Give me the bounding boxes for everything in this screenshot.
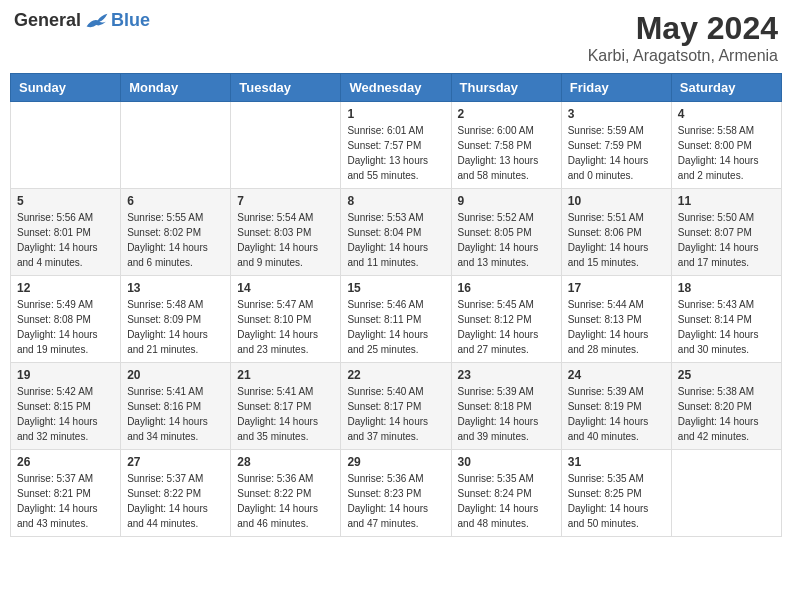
day-info: Sunrise: 5:42 AMSunset: 8:15 PMDaylight:… xyxy=(17,384,114,444)
calendar-cell: 2Sunrise: 6:00 AMSunset: 7:58 PMDaylight… xyxy=(451,102,561,189)
day-info: Sunrise: 5:41 AMSunset: 8:16 PMDaylight:… xyxy=(127,384,224,444)
calendar-cell: 25Sunrise: 5:38 AMSunset: 8:20 PMDayligh… xyxy=(671,363,781,450)
calendar-cell: 29Sunrise: 5:36 AMSunset: 8:23 PMDayligh… xyxy=(341,450,451,537)
calendar-cell: 27Sunrise: 5:37 AMSunset: 8:22 PMDayligh… xyxy=(121,450,231,537)
day-info: Sunrise: 5:44 AMSunset: 8:13 PMDaylight:… xyxy=(568,297,665,357)
calendar-cell: 14Sunrise: 5:47 AMSunset: 8:10 PMDayligh… xyxy=(231,276,341,363)
calendar-week-row: 1Sunrise: 6:01 AMSunset: 7:57 PMDaylight… xyxy=(11,102,782,189)
day-number: 30 xyxy=(458,455,555,469)
calendar-cell: 21Sunrise: 5:41 AMSunset: 8:17 PMDayligh… xyxy=(231,363,341,450)
calendar-header-monday: Monday xyxy=(121,74,231,102)
day-number: 26 xyxy=(17,455,114,469)
day-number: 8 xyxy=(347,194,444,208)
day-number: 3 xyxy=(568,107,665,121)
day-info: Sunrise: 5:49 AMSunset: 8:08 PMDaylight:… xyxy=(17,297,114,357)
calendar-cell: 12Sunrise: 5:49 AMSunset: 8:08 PMDayligh… xyxy=(11,276,121,363)
day-info: Sunrise: 5:53 AMSunset: 8:04 PMDaylight:… xyxy=(347,210,444,270)
calendar-cell: 1Sunrise: 6:01 AMSunset: 7:57 PMDaylight… xyxy=(341,102,451,189)
day-info: Sunrise: 5:38 AMSunset: 8:20 PMDaylight:… xyxy=(678,384,775,444)
calendar-week-row: 5Sunrise: 5:56 AMSunset: 8:01 PMDaylight… xyxy=(11,189,782,276)
calendar-header-row: SundayMondayTuesdayWednesdayThursdayFrid… xyxy=(11,74,782,102)
calendar-header-thursday: Thursday xyxy=(451,74,561,102)
day-info: Sunrise: 5:36 AMSunset: 8:22 PMDaylight:… xyxy=(237,471,334,531)
day-info: Sunrise: 6:01 AMSunset: 7:57 PMDaylight:… xyxy=(347,123,444,183)
calendar-cell: 16Sunrise: 5:45 AMSunset: 8:12 PMDayligh… xyxy=(451,276,561,363)
day-number: 16 xyxy=(458,281,555,295)
calendar-week-row: 12Sunrise: 5:49 AMSunset: 8:08 PMDayligh… xyxy=(11,276,782,363)
page-header: General Blue May 2024 Karbi, Aragatsotn,… xyxy=(10,10,782,65)
day-info: Sunrise: 5:46 AMSunset: 8:11 PMDaylight:… xyxy=(347,297,444,357)
calendar-cell: 20Sunrise: 5:41 AMSunset: 8:16 PMDayligh… xyxy=(121,363,231,450)
day-number: 17 xyxy=(568,281,665,295)
calendar-cell: 3Sunrise: 5:59 AMSunset: 7:59 PMDaylight… xyxy=(561,102,671,189)
calendar-cell xyxy=(121,102,231,189)
day-number: 18 xyxy=(678,281,775,295)
day-info: Sunrise: 5:36 AMSunset: 8:23 PMDaylight:… xyxy=(347,471,444,531)
calendar-cell: 30Sunrise: 5:35 AMSunset: 8:24 PMDayligh… xyxy=(451,450,561,537)
day-info: Sunrise: 5:59 AMSunset: 7:59 PMDaylight:… xyxy=(568,123,665,183)
day-info: Sunrise: 5:43 AMSunset: 8:14 PMDaylight:… xyxy=(678,297,775,357)
calendar-cell: 7Sunrise: 5:54 AMSunset: 8:03 PMDaylight… xyxy=(231,189,341,276)
day-number: 4 xyxy=(678,107,775,121)
calendar-header-friday: Friday xyxy=(561,74,671,102)
location-title: Karbi, Aragatsotn, Armenia xyxy=(588,47,778,65)
day-number: 7 xyxy=(237,194,334,208)
title-section: May 2024 Karbi, Aragatsotn, Armenia xyxy=(588,10,778,65)
month-title: May 2024 xyxy=(588,10,778,47)
calendar-cell: 4Sunrise: 5:58 AMSunset: 8:00 PMDaylight… xyxy=(671,102,781,189)
day-info: Sunrise: 5:48 AMSunset: 8:09 PMDaylight:… xyxy=(127,297,224,357)
logo-general-text: General xyxy=(14,10,81,31)
day-number: 5 xyxy=(17,194,114,208)
day-number: 20 xyxy=(127,368,224,382)
day-number: 31 xyxy=(568,455,665,469)
calendar-week-row: 26Sunrise: 5:37 AMSunset: 8:21 PMDayligh… xyxy=(11,450,782,537)
calendar-cell: 13Sunrise: 5:48 AMSunset: 8:09 PMDayligh… xyxy=(121,276,231,363)
calendar-header-sunday: Sunday xyxy=(11,74,121,102)
day-info: Sunrise: 5:54 AMSunset: 8:03 PMDaylight:… xyxy=(237,210,334,270)
day-number: 19 xyxy=(17,368,114,382)
day-number: 28 xyxy=(237,455,334,469)
day-number: 1 xyxy=(347,107,444,121)
day-info: Sunrise: 5:37 AMSunset: 8:21 PMDaylight:… xyxy=(17,471,114,531)
day-info: Sunrise: 5:55 AMSunset: 8:02 PMDaylight:… xyxy=(127,210,224,270)
day-info: Sunrise: 5:39 AMSunset: 8:18 PMDaylight:… xyxy=(458,384,555,444)
calendar-body: 1Sunrise: 6:01 AMSunset: 7:57 PMDaylight… xyxy=(11,102,782,537)
logo-blue-text: Blue xyxy=(111,10,150,31)
calendar-cell: 8Sunrise: 5:53 AMSunset: 8:04 PMDaylight… xyxy=(341,189,451,276)
calendar-cell xyxy=(231,102,341,189)
day-number: 25 xyxy=(678,368,775,382)
day-number: 10 xyxy=(568,194,665,208)
day-info: Sunrise: 5:35 AMSunset: 8:25 PMDaylight:… xyxy=(568,471,665,531)
day-info: Sunrise: 5:45 AMSunset: 8:12 PMDaylight:… xyxy=(458,297,555,357)
day-number: 9 xyxy=(458,194,555,208)
day-info: Sunrise: 5:56 AMSunset: 8:01 PMDaylight:… xyxy=(17,210,114,270)
calendar-cell: 26Sunrise: 5:37 AMSunset: 8:21 PMDayligh… xyxy=(11,450,121,537)
calendar-cell: 10Sunrise: 5:51 AMSunset: 8:06 PMDayligh… xyxy=(561,189,671,276)
calendar-week-row: 19Sunrise: 5:42 AMSunset: 8:15 PMDayligh… xyxy=(11,363,782,450)
day-number: 11 xyxy=(678,194,775,208)
calendar-table: SundayMondayTuesdayWednesdayThursdayFrid… xyxy=(10,73,782,537)
day-info: Sunrise: 5:51 AMSunset: 8:06 PMDaylight:… xyxy=(568,210,665,270)
calendar-cell xyxy=(671,450,781,537)
calendar-cell: 15Sunrise: 5:46 AMSunset: 8:11 PMDayligh… xyxy=(341,276,451,363)
day-number: 22 xyxy=(347,368,444,382)
day-info: Sunrise: 5:35 AMSunset: 8:24 PMDaylight:… xyxy=(458,471,555,531)
calendar-cell: 19Sunrise: 5:42 AMSunset: 8:15 PMDayligh… xyxy=(11,363,121,450)
day-number: 6 xyxy=(127,194,224,208)
calendar-cell: 18Sunrise: 5:43 AMSunset: 8:14 PMDayligh… xyxy=(671,276,781,363)
calendar-cell xyxy=(11,102,121,189)
calendar-header-tuesday: Tuesday xyxy=(231,74,341,102)
day-number: 27 xyxy=(127,455,224,469)
day-number: 14 xyxy=(237,281,334,295)
day-info: Sunrise: 5:37 AMSunset: 8:22 PMDaylight:… xyxy=(127,471,224,531)
day-number: 21 xyxy=(237,368,334,382)
calendar-cell: 31Sunrise: 5:35 AMSunset: 8:25 PMDayligh… xyxy=(561,450,671,537)
day-number: 29 xyxy=(347,455,444,469)
calendar-header-wednesday: Wednesday xyxy=(341,74,451,102)
calendar-cell: 9Sunrise: 5:52 AMSunset: 8:05 PMDaylight… xyxy=(451,189,561,276)
calendar-cell: 6Sunrise: 5:55 AMSunset: 8:02 PMDaylight… xyxy=(121,189,231,276)
calendar-cell: 11Sunrise: 5:50 AMSunset: 8:07 PMDayligh… xyxy=(671,189,781,276)
calendar-cell: 5Sunrise: 5:56 AMSunset: 8:01 PMDaylight… xyxy=(11,189,121,276)
day-number: 13 xyxy=(127,281,224,295)
day-number: 2 xyxy=(458,107,555,121)
